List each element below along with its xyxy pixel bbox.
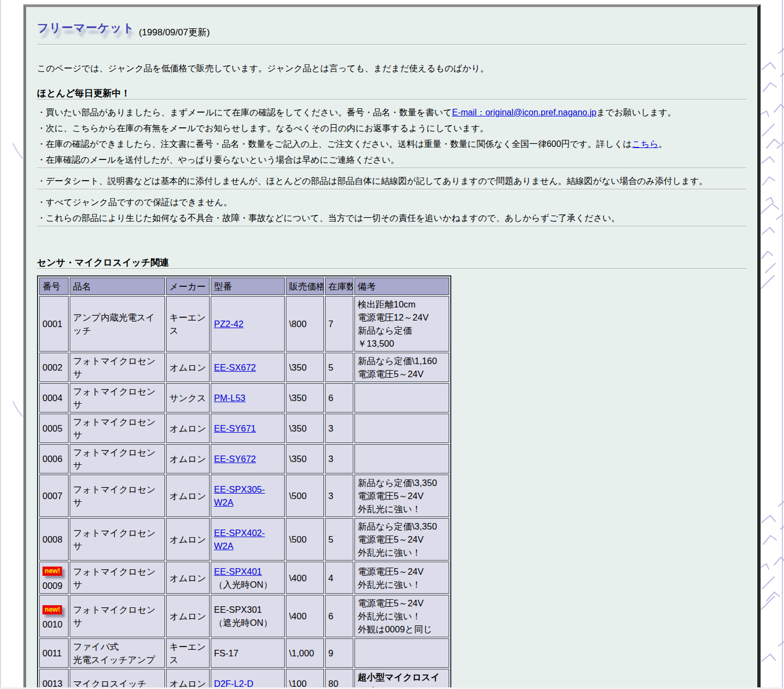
- intro-text: このページでは、ジャンク品を低価格で販売しています。ジャンク品とは言っても、まだ…: [37, 63, 746, 75]
- page-title-image: フリーマーケット: [37, 20, 134, 35]
- model-cell: D2F-L2-D: [211, 669, 285, 689]
- divider: [37, 44, 746, 45]
- part-number-cell: 0001: [39, 296, 69, 352]
- stock-count: 6: [325, 383, 353, 413]
- part-name: フォトマイクロセンサ: [70, 444, 165, 473]
- table-row: 0005 フォトマイクロセンサ オムロン EE-SY671 \350 3: [39, 414, 449, 443]
- maker-name: オムロン: [166, 475, 210, 517]
- part-name: アンプ内蔵光電スイッチ: [70, 296, 165, 352]
- maker-name: オムロン: [166, 518, 210, 561]
- model-link[interactable]: EE-SPX305-W2A: [214, 484, 265, 507]
- model-link[interactable]: EE-SX672: [214, 362, 256, 372]
- part-name: フォトマイクロセンサ: [70, 518, 165, 561]
- part-number-cell: 0005: [39, 414, 69, 443]
- table-row: new!0010 フォトマイクロセンサ オムロン EE-SPX301（遮光時ON…: [39, 595, 449, 637]
- part-name: フォトマイクロセンサ: [70, 475, 165, 517]
- model-link[interactable]: EE-SY671: [214, 423, 256, 433]
- part-number: 0001: [42, 317, 65, 330]
- note-line-4: ・在庫確認のメールを送付したが、やっぱり要らないという場合は早めにご連絡ください…: [37, 152, 746, 168]
- part-number: 0008: [42, 533, 65, 546]
- remarks-cell: [354, 414, 449, 443]
- note-text: ・買いたい部品がありましたら、まずメールにて在庫の確認をしてください。番号・品名…: [37, 108, 452, 117]
- divider: [37, 99, 746, 100]
- stock-count: 7: [325, 296, 353, 352]
- maker-name: オムロン: [166, 595, 210, 637]
- remarks: 新品なら定価\1,160 電源電圧5～24V: [358, 356, 437, 379]
- table-row: 0004 フォトマイクロセンサ サンクス PM-L53 \350 6: [39, 383, 449, 413]
- price: \100: [286, 669, 324, 689]
- part-number: 0007: [42, 489, 65, 502]
- price: \350: [286, 414, 324, 443]
- model-text: EE-SPX301: [214, 605, 262, 614]
- price: \800: [286, 296, 324, 352]
- divider: [37, 189, 746, 190]
- model-link[interactable]: EE-SY672: [214, 454, 256, 464]
- model-text: FS-17: [214, 648, 238, 658]
- stock-count: 4: [325, 562, 353, 594]
- stock-count: 5: [325, 518, 353, 561]
- table-row: 0008 フォトマイクロセンサ オムロン EE-SPX402-W2A \500 …: [39, 518, 449, 561]
- table-row: 0006 フォトマイクロセンサ オムロン EE-SY672 \350 3: [39, 444, 449, 473]
- warranty-line-1: ・すべてジャンク品ですので保証はできません。: [37, 194, 746, 210]
- remarks-cell: 新品なら定価\1,160 電源電圧5～24V: [354, 353, 449, 382]
- price: \400: [286, 595, 324, 637]
- model-link[interactable]: EE-SPX402-W2A: [214, 528, 265, 551]
- col-header-maker: メーカー: [166, 278, 210, 295]
- new-badge: new!: [42, 567, 62, 576]
- model-cell: EE-SY671: [211, 414, 285, 443]
- remarks: 新品なら定価\3,350 電源電圧5～24V 外乱光に強い！: [358, 521, 437, 557]
- part-name: フォトマイクロセンサ: [70, 353, 165, 382]
- part-name: ファイバ式 光電スイッチアンプ: [70, 638, 165, 668]
- shipping-details-link[interactable]: こちら: [632, 139, 658, 149]
- warranty-notes: ・すべてジャンク品ですので保証はできません。 ・これらの部品により生じた如何なる…: [37, 194, 746, 226]
- part-number-cell: 0006: [39, 444, 69, 473]
- part-name: マイクロスイッチ: [70, 669, 165, 689]
- remarks-cell: [354, 638, 449, 668]
- table-row: 0007 フォトマイクロセンサ オムロン EE-SPX305-W2A \500 …: [39, 475, 449, 517]
- maker-name: オムロン: [166, 562, 210, 594]
- stock-count: 5: [325, 353, 353, 382]
- model-note: （遮光時ON）: [214, 616, 281, 629]
- part-number-cell: 0013: [39, 669, 69, 689]
- part-name: フォトマイクロセンサ: [70, 595, 165, 637]
- table-row: 0013 マイクロスイッチ オムロン D2F-L2-D \100 80 超小型マ…: [39, 669, 449, 689]
- part-name: フォトマイクロセンサ: [70, 383, 165, 413]
- part-number-cell: 0011: [39, 638, 69, 668]
- col-header-stock: 在庫数: [325, 278, 353, 295]
- update-heading: ほとんど毎日更新中！: [37, 88, 746, 99]
- model-cell: EE-SX672: [211, 353, 285, 382]
- model-link[interactable]: PM-L53: [214, 393, 246, 403]
- model-cell: EE-SY672: [211, 444, 285, 473]
- model-cell: PZ2-42: [211, 296, 285, 352]
- maker-name: オムロン: [166, 444, 210, 473]
- model-cell: PM-L53: [211, 383, 285, 413]
- maker-name: キーエンス: [166, 638, 210, 668]
- sensor-parts-table: 番号 品名 メーカー 型番 販売価格 在庫数 備考 0001 アンプ内蔵光電スイ…: [37, 275, 451, 689]
- remarks-cell: [354, 383, 449, 413]
- remarks: 電源電圧5～24V 外乱光に強い！: [358, 567, 424, 589]
- remarks-cell: 電源電圧5～24V 外乱光に強い！ 外観は0009と同じ: [354, 595, 449, 637]
- email-link[interactable]: E-mail：original@icon.pref.nagano.jp: [452, 108, 596, 117]
- masthead: フリーマーケット(1998/09/07更新): [37, 20, 746, 44]
- page-content: フリーマーケット(1998/09/07更新) このページでは、ジャンク品を低価格…: [26, 7, 757, 689]
- price: \500: [286, 475, 324, 517]
- maker-name: オムロン: [166, 414, 210, 443]
- part-number: 0004: [42, 391, 65, 404]
- col-header-remarks: 備考: [354, 278, 449, 295]
- divider: [37, 226, 746, 227]
- table-row: 0002 フォトマイクロセンサ オムロン EE-SX672 \350 5 新品な…: [39, 353, 449, 382]
- part-name: フォトマイクロセンサ: [70, 414, 165, 443]
- price: \500: [286, 518, 324, 561]
- note-line-2: ・次に、こちらから在庫の有無をメールでお知らせします。なるべくその日の内にお返事…: [37, 120, 746, 136]
- table-row: 0001 アンプ内蔵光電スイッチ キーエンス PZ2-42 \800 7 検出距…: [39, 296, 449, 352]
- stock-count: 3: [325, 414, 353, 443]
- price: \350: [286, 444, 324, 473]
- model-cell: EE-SPX305-W2A: [211, 475, 285, 517]
- new-badge: new!: [42, 605, 62, 614]
- model-link[interactable]: PZ2-42: [214, 319, 243, 329]
- model-link[interactable]: EE-SPX401: [214, 567, 262, 576]
- table-row: 0011 ファイバ式 光電スイッチアンプ キーエンス FS-17 \1,000 …: [39, 638, 449, 668]
- remarks: 新品なら定価\3,350 電源電圧5～24V 外乱光に強い！: [358, 478, 437, 514]
- col-header-model: 型番: [211, 278, 285, 295]
- price: \1,000: [286, 638, 324, 668]
